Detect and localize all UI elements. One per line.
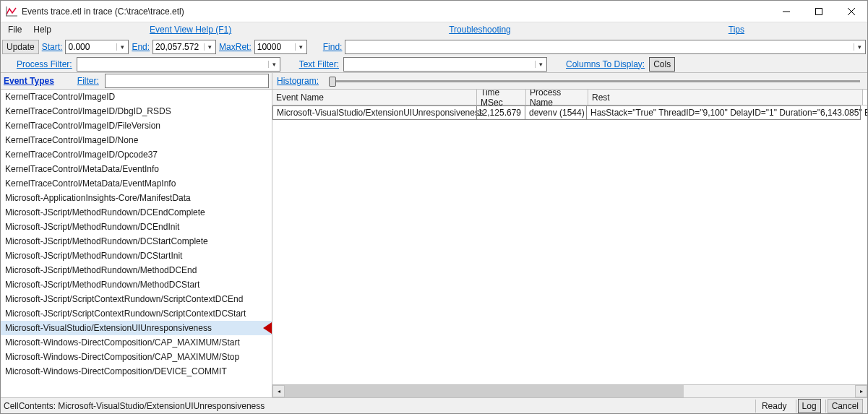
table-cell[interactable]: 12,125.679: [476, 105, 525, 120]
statusbar: CellContents: Microsoft-VisualStudio/Ext…: [1, 397, 867, 413]
chevron-down-icon[interactable]: ▾: [116, 43, 128, 51]
chevron-down-icon[interactable]: ▾: [295, 43, 306, 51]
event-type-item[interactable]: KernelTraceControl/ImageID: [1, 90, 272, 104]
chevron-down-icon[interactable]: ▾: [204, 43, 215, 51]
maxret-label[interactable]: MaxRet:: [218, 42, 253, 52]
event-type-item[interactable]: Microsoft-JScript/ScriptContextRundown/S…: [1, 306, 272, 321]
event-type-item[interactable]: KernelTraceControl/ImageID/DbgID_RSDS: [1, 104, 272, 118]
event-type-item[interactable]: Microsoft-JScript/ScriptContextRundown/S…: [1, 292, 272, 306]
minimize-button[interactable]: [770, 1, 802, 22]
find-label[interactable]: Find:: [322, 42, 344, 52]
event-type-item[interactable]: KernelTraceControl/ImageID/None: [1, 133, 272, 147]
event-type-item[interactable]: Microsoft-JScript/MethodRundown/MethodDC…: [1, 263, 272, 277]
body: Event Types Filter: KernelTraceControl/I…: [1, 73, 867, 397]
window-title: Events trace.etl in trace (C:\trace\trac…: [22, 7, 184, 17]
end-field[interactable]: ▾: [152, 40, 216, 54]
process-filter-field[interactable]: ▾: [77, 57, 280, 72]
column-header[interactable]: Event Name: [272, 90, 477, 105]
event-type-item[interactable]: Microsoft-JScript/MethodRundown/DCEndIni…: [1, 220, 272, 234]
link-troubleshooting[interactable]: Troubleshooting: [443, 22, 517, 38]
update-button[interactable]: Update: [2, 40, 39, 54]
link-event-view-help[interactable]: Event View Help (F1): [144, 22, 237, 38]
end-input[interactable]: [153, 40, 204, 53]
event-types-filter-label[interactable]: Filter:: [76, 76, 100, 86]
event-type-item[interactable]: Microsoft-JScript/MethodRundown/MethodDC…: [1, 277, 272, 292]
events-panel: Histogram: Event NameTime MSecProcess Na…: [272, 73, 867, 397]
grid-header-row: Event NameTime MSecProcess NameRest: [272, 90, 867, 105]
histogram-label[interactable]: Histogram:: [275, 76, 320, 86]
event-types-header: Event Types Filter:: [1, 73, 272, 89]
process-filter-label[interactable]: Process Filter:: [15, 59, 74, 69]
close-button[interactable]: [835, 1, 867, 22]
event-type-item[interactable]: KernelTraceControl/MetaData/EventMapInfo: [1, 176, 272, 191]
log-button[interactable]: Log: [798, 399, 821, 413]
app-icon: [6, 6, 17, 17]
maximize-button[interactable]: [802, 1, 835, 22]
events-grid: Event NameTime MSecProcess NameRest Micr…: [272, 89, 867, 384]
filterbar: Process Filter: ▾ Text Filter: ▾ Columns…: [1, 56, 867, 73]
end-label[interactable]: End:: [130, 42, 151, 52]
histogram-slider[interactable]: [329, 80, 860, 82]
event-types-list[interactable]: KernelTraceControl/ImageIDKernelTraceCon…: [1, 89, 272, 397]
toolbar: Update Start: ▾ End: ▾ MaxRet: ▾ Find: ▾: [1, 38, 867, 56]
columns-to-display-label[interactable]: Columns To Display:: [564, 59, 646, 69]
link-tips[interactable]: Tips: [723, 22, 750, 38]
event-type-item[interactable]: Microsoft-JScript/MethodRundown/DCEndCom…: [1, 205, 272, 220]
column-header[interactable]: Rest: [588, 90, 863, 105]
text-filter-label[interactable]: Text Filter:: [298, 59, 340, 69]
chevron-down-icon[interactable]: ▾: [268, 61, 280, 68]
window-root: Events trace.etl in trace (C:\trace\trac…: [0, 0, 868, 414]
menu-help[interactable]: Help: [27, 22, 57, 38]
grid-body[interactable]: Microsoft-VisualStudio/ExtensionUIUnresp…: [272, 105, 867, 384]
table-cell[interactable]: devenv (1544): [525, 105, 587, 120]
text-filter-field[interactable]: ▾: [343, 57, 547, 72]
event-type-item[interactable]: KernelTraceControl/ImageID/Opcode37: [1, 147, 272, 162]
text-filter-input[interactable]: [344, 58, 535, 71]
event-type-item[interactable]: Microsoft-JScript/MethodRundown/DCStartC…: [1, 234, 272, 249]
table-row[interactable]: Microsoft-VisualStudio/ExtensionUIUnresp…: [272, 105, 867, 120]
event-type-item[interactable]: Microsoft-JScript/MethodRundown/DCStartI…: [1, 249, 272, 263]
columns-button[interactable]: Cols: [649, 57, 675, 72]
event-types-panel: Event Types Filter: KernelTraceControl/I…: [1, 73, 272, 397]
menu-file[interactable]: File: [2, 22, 27, 38]
titlebar: Events trace.etl in trace (C:\trace\trac…: [1, 1, 867, 22]
cancel-button[interactable]: Cancel: [828, 399, 863, 413]
event-type-item[interactable]: KernelTraceControl/MetaData/EventInfo: [1, 162, 272, 176]
status-ready: Ready: [755, 400, 793, 413]
event-types-heading[interactable]: Event Types: [4, 76, 54, 86]
event-types-filter-field[interactable]: [105, 74, 269, 88]
event-type-item[interactable]: Microsoft-Windows-DirectComposition/CAP_…: [1, 335, 272, 350]
event-type-item[interactable]: Microsoft-ApplicationInsights-Core/Manif…: [1, 191, 272, 205]
svg-rect-3: [815, 8, 822, 14]
histogram-slider-thumb[interactable]: [329, 77, 336, 87]
process-filter-input[interactable]: [77, 58, 268, 71]
event-type-item[interactable]: Microsoft-Windows-DirectComposition/DEVI…: [1, 364, 272, 379]
menubar: File Help Event View Help (F1) Troublesh…: [1, 22, 867, 38]
maxret-input[interactable]: [255, 40, 295, 53]
find-input[interactable]: [345, 40, 854, 53]
maxret-field[interactable]: ▾: [254, 40, 307, 54]
chevron-down-icon[interactable]: ▾: [535, 61, 546, 68]
scroll-thumb[interactable]: [285, 385, 684, 397]
scroll-left-button[interactable]: ◂: [272, 385, 285, 397]
find-field[interactable]: ▾: [345, 40, 866, 54]
status-cell-contents: CellContents: Microsoft-VisualStudio/Ext…: [4, 401, 752, 411]
start-field[interactable]: ▾: [65, 40, 129, 54]
table-cell[interactable]: HasStack="True" ThreadID="9,100" DelayID…: [586, 105, 861, 120]
column-header[interactable]: Time MSec: [477, 90, 526, 105]
event-type-item[interactable]: Microsoft-VisualStudio/ExtensionUIUnresp…: [1, 321, 272, 335]
table-cell[interactable]: Microsoft-VisualStudio/ExtensionUIUnresp…: [272, 105, 477, 120]
horizontal-scrollbar[interactable]: ◂ ▸: [272, 384, 867, 397]
event-type-item[interactable]: KernelTraceControl/ImageID/FileVersion: [1, 118, 272, 133]
scroll-right-button[interactable]: ▸: [855, 385, 867, 397]
scroll-track[interactable]: [285, 385, 855, 397]
chevron-down-icon[interactable]: ▾: [854, 43, 865, 51]
start-input[interactable]: [66, 40, 116, 53]
column-header[interactable]: Process Name: [526, 90, 588, 105]
event-type-item[interactable]: Microsoft-Windows-DirectComposition/CAP_…: [1, 350, 272, 364]
event-types-filter-input[interactable]: [106, 74, 268, 87]
start-label[interactable]: Start:: [40, 42, 64, 52]
events-header: Histogram:: [272, 73, 867, 89]
